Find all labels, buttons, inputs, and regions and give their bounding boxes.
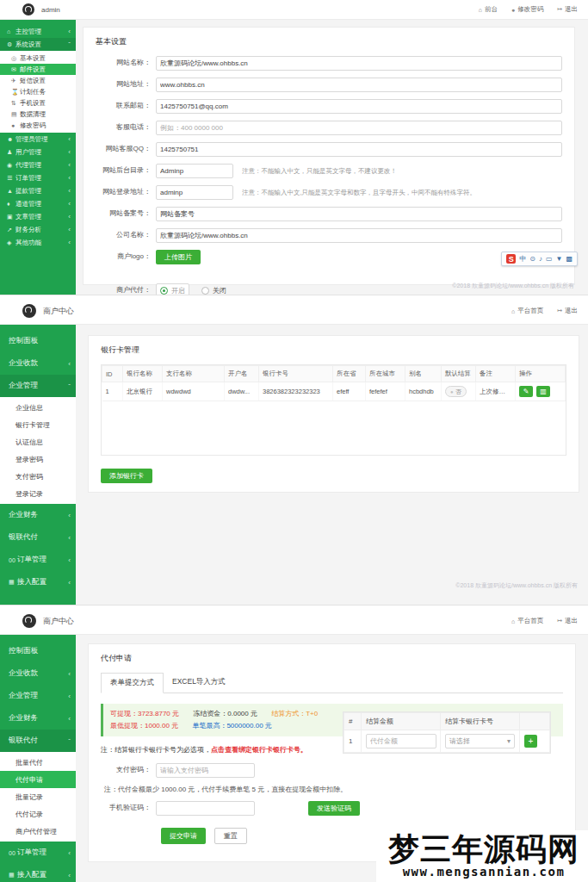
service-qq-input[interactable] [156,142,562,157]
submenu-item-sms-settings[interactable]: ✈短信设置 [0,75,76,86]
submenu-item-basic-settings[interactable]: ◎基本设置 [0,53,76,64]
article-icon: ▣ [7,214,15,220]
site-logo[interactable] [22,3,34,16]
sidebar-item-channel-management[interactable]: ♦通道管理‹ [0,197,76,210]
logout-link[interactable]: ↦退出 [557,617,578,625]
merchant-pay-on-radio[interactable]: 开启 [156,283,189,295]
logout-link[interactable]: ↦退出 [557,307,578,315]
sidebar-item-company-management[interactable]: 企业管理ˇ [0,375,76,397]
ime-skin-icon[interactable]: ▼ [556,255,563,263]
sms-code-input[interactable] [156,801,255,816]
service-phone-input[interactable] [156,121,562,135]
sidebar-item-agent-management[interactable]: ◉代理管理‹ [0,158,76,171]
settle-card-select[interactable]: 请选择▾ [445,734,515,748]
sidebar-item-main-control[interactable]: ⌂主控管理‹ [0,25,76,38]
site-logo[interactable] [22,304,36,318]
upload-image-button[interactable]: 上传图片 [156,250,201,264]
submenu-item-change-password[interactable]: ●修改密码 [0,120,76,131]
submit-request-button[interactable]: 提交申请 [161,828,206,844]
submenu-item-cron-tasks[interactable]: ⌛计划任务 [0,86,76,97]
sidebar-item-company-finance[interactable]: 企业财务‹ [0,707,76,730]
platform-home-link[interactable]: ⌂平台首页 [511,617,543,625]
submenu-item-company-info[interactable]: 企业信息 [0,399,76,416]
pay-password-input[interactable] [156,763,255,778]
sidebar-item-dashboard[interactable]: 控制面板 [0,640,76,662]
default-settle-badge[interactable]: ●否 [445,386,467,397]
submenu-item-payout-records[interactable]: 代付记录 [0,805,76,823]
edit-button[interactable]: ✎ [519,386,533,397]
merchant-pay-off-radio[interactable]: 关闭 [201,286,226,295]
sidebar-item-order-management[interactable]: ☰订单管理‹ [0,171,76,184]
admin-dir-note: 注意：不能输入中文，只能是英文字母，不建议更改！ [242,167,397,176]
sidebar-label: 订单管理 [17,555,46,565]
ime-voice-icon[interactable]: ♪ [539,255,542,263]
reset-button[interactable]: 重置 [214,828,247,844]
login-address-input[interactable] [156,185,233,200]
add-row-button[interactable]: + [524,735,537,748]
submenu-item-login-records[interactable]: 登录记录 [0,485,76,502]
send-sms-button[interactable]: 发送验证码 [308,801,360,816]
submenu-item-pay-password[interactable]: 支付密码 [0,468,76,485]
sidebar-item-company-receipts[interactable]: 企业收款‹ [0,662,76,685]
site-url-input[interactable] [156,78,562,92]
submenu-item-bankcard-management[interactable]: 银行卡管理 [0,416,76,433]
payout-amount-input[interactable] [366,734,436,748]
submenu-item-mobile-settings[interactable]: ⇅手机设置 [0,97,76,109]
chevron-left-icon: ‹ [68,872,71,879]
sidebar-item-admin-management[interactable]: ☻管理员管理‹ [0,133,76,146]
ime-toolbox-icon[interactable]: ▩ [566,255,573,263]
merchant-topbar: 商户中心 ⌂平台首页 ↦退出 [0,608,588,635]
sidebar-item-order-management[interactable]: 00订单管理‹ [0,842,76,864]
add-bankcard-button[interactable]: 添加银行卡 [101,469,152,483]
sidebar-item-company-management[interactable]: 企业管理‹ [0,685,76,707]
sidebar-item-access-config[interactable]: ▦接入配置‹ [0,864,76,882]
admin-dir-input[interactable] [156,164,233,178]
grid-icon: ▤ [11,111,20,118]
sidebar-item-withdraw-management[interactable]: ▲提款管理‹ [0,184,76,197]
col-holder: 开户名 [225,366,259,382]
submenu-item-data-cleanup[interactable]: ▤数据清理 [0,109,76,120]
tab-excel-import[interactable]: EXCEL导入方式 [164,673,234,693]
platform-home-link[interactable]: ⌂平台首页 [511,307,543,315]
submenu-item-mail-settings[interactable]: ✉邮件设置 [0,64,76,75]
change-password-link[interactable]: ●修改密码 [511,5,543,14]
sidebar-item-dashboard[interactable]: 控制面板 [0,330,76,352]
submenu-item-login-password[interactable]: 登录密码 [0,450,76,468]
logout-label: 退出 [565,307,578,315]
merchant-topnav: ⌂平台首页 ↦退出 [511,307,578,315]
sidebar-item-order-management[interactable]: 00订单管理‹ [0,549,76,571]
company-name-input[interactable] [156,228,562,243]
site-logo[interactable] [22,614,36,628]
submenu-item-auth-info[interactable]: 认证信息 [0,433,76,450]
ime-punct-icon[interactable]: ⊙ [529,255,535,263]
sidebar-item-unionpay-payout[interactable]: 银联代付ˇ [0,730,76,752]
sidebar-item-other-functions[interactable]: ◈其他功能‹ [0,236,76,249]
contact-email-input[interactable] [156,99,562,114]
sidebar-label: 接入配置 [17,577,46,587]
icp-input[interactable] [156,207,562,221]
list-icon: ☰ [7,175,15,182]
ime-toolbar[interactable]: S 中 ⊙ ♪ ▭ ▼ ▩ [501,252,578,266]
submenu-item-merchant-payout-management[interactable]: 商户代付管理 [0,823,76,840]
submenu-item-payout-request[interactable]: 代付申请 [0,771,76,788]
sidebar-item-access-config[interactable]: ▦接入配置‹ [0,571,76,593]
sidebar-item-finance-analysis[interactable]: ↗财务分析‹ [0,223,76,236]
tab-form-submit[interactable]: 表单提交方式 [101,673,164,693]
ime-lang-icon[interactable]: 中 [519,254,526,264]
front-site-link[interactable]: ⌂前台 [479,5,498,14]
submenu-item-batch-payout[interactable]: 批量代付 [0,754,76,771]
sidebar-item-company-finance[interactable]: 企业财务‹ [0,504,76,526]
logout-label: 退出 [565,5,578,14]
chevron-left-icon: ‹ [68,239,71,246]
logout-link[interactable]: ↦退出 [557,5,578,14]
sidebar-item-system-settings[interactable]: ⚙系统设置ˇ [0,38,76,51]
sidebar-item-company-receipts[interactable]: 企业收款‹ [0,352,76,375]
delete-button[interactable]: ▥ [536,386,550,397]
site-name-input[interactable] [156,56,562,71]
plug-icon: ▦ [9,579,17,586]
sidebar-item-unionpay-payout[interactable]: 银联代付‹ [0,526,76,549]
ime-keyboard-icon[interactable]: ▭ [546,255,553,263]
sidebar-item-article-management[interactable]: ▣文章管理‹ [0,210,76,223]
sidebar-item-user-management[interactable]: ♟用户管理‹ [0,146,76,158]
submenu-item-batch-records[interactable]: 批量记录 [0,788,76,805]
